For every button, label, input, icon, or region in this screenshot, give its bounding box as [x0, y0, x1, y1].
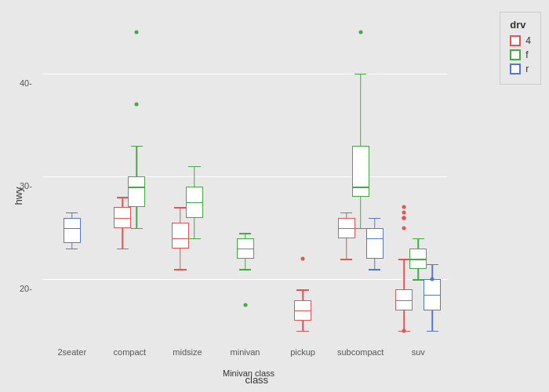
x-tick-suv: suv: [412, 347, 425, 357]
box-plot-box: [172, 223, 189, 249]
outlier-dot: [135, 31, 139, 34]
whisker-cap-top: [354, 74, 366, 75]
whisker-lower: [431, 310, 433, 331]
outlier-dot: [402, 205, 406, 209]
y-tick-20: 20-: [20, 284, 32, 293]
whisker-lower: [302, 321, 304, 331]
median-line: [395, 300, 413, 302]
legend-item-4: 4: [510, 35, 531, 46]
whisker-cap-bottom: [188, 238, 200, 240]
whisker-cap-bottom: [413, 279, 424, 281]
whisker-cap-top: [131, 146, 143, 147]
whisker-cap-bottom: [66, 249, 78, 250]
whisker-cap-bottom: [369, 269, 380, 270]
outlier-dot: [135, 103, 139, 107]
whisker-cap-top: [174, 207, 186, 209]
legend-label-f: f: [525, 49, 528, 60]
legend-box-r: [510, 64, 521, 74]
legend-label-4: 4: [525, 35, 531, 46]
whisker-cap-top: [296, 289, 308, 291]
whisker-cap-top: [117, 197, 129, 198]
whisker-cap-top: [66, 212, 78, 214]
median-line: [64, 228, 81, 230]
whisker-lower: [194, 218, 195, 238]
grid-line-20: [43, 279, 447, 280]
box-plot-box: [352, 146, 369, 198]
whisker-cap-top: [188, 166, 200, 168]
grid-line-40: [43, 74, 447, 74]
x-tick-subcompact: subcompact: [337, 347, 384, 357]
whisker-cap-bottom: [174, 269, 186, 270]
median-line: [338, 228, 355, 230]
box-plot-box: [128, 176, 145, 207]
whisker-upper: [180, 207, 181, 223]
outlier-dot: [431, 278, 434, 281]
median-line: [114, 218, 131, 220]
y-tick-30: 30-: [20, 181, 32, 191]
box-plot-box: [366, 228, 384, 259]
median-line: [237, 249, 254, 250]
whisker-cap-bottom: [117, 249, 129, 250]
median-line: [424, 295, 441, 296]
whisker-upper: [403, 259, 405, 289]
whisker-lower: [417, 269, 419, 279]
whisker-cap-bottom: [239, 269, 251, 270]
outlier-dot: [402, 226, 406, 230]
whisker-cap-bottom: [354, 228, 366, 230]
x-tick-compact: compact: [114, 347, 147, 357]
outlier-dot: [402, 328, 406, 332]
whisker-lower: [180, 249, 181, 269]
outlier-dot: [301, 257, 305, 261]
chart-area: 20-30-40-2seatercompactmidsizeminivanpic…: [43, 12, 447, 341]
median-line: [352, 187, 369, 188]
outlier-dot: [402, 210, 406, 214]
legend-title: drv: [510, 19, 531, 31]
grid-line-30: [43, 176, 447, 177]
whisker-upper: [194, 166, 195, 187]
whisker-cap-bottom: [427, 331, 438, 332]
x-tick-2seater: 2seater: [57, 347, 86, 357]
whisker-cap-bottom: [296, 331, 308, 332]
median-line: [409, 259, 427, 260]
median-line: [366, 238, 384, 240]
whisker-cap-top: [398, 259, 410, 260]
whisker-lower: [360, 197, 362, 227]
whisker-lower: [374, 259, 376, 269]
whisker-upper: [417, 238, 419, 249]
whisker-lower: [122, 228, 124, 249]
whisker-cap-top: [239, 233, 251, 234]
whisker-cap-bottom: [131, 228, 143, 230]
legend-label-r: r: [525, 64, 529, 74]
x-tick-pickup: pickup: [290, 347, 315, 357]
legend-box-4: [510, 35, 521, 46]
minivan-class-label: Minivan class: [223, 368, 274, 378]
legend: drv 4 f r: [500, 12, 541, 85]
whisker-cap-bottom: [340, 259, 352, 260]
whisker-cap-top: [340, 212, 352, 214]
y-tick-40: 40-: [20, 78, 32, 88]
whisker-lower: [245, 259, 246, 269]
legend-box-f: [510, 49, 521, 60]
outlier-dot: [243, 303, 247, 307]
x-tick-midsize: midsize: [173, 347, 202, 357]
median-line: [186, 202, 203, 204]
legend-item-f: f: [510, 49, 531, 60]
whisker-cap-top: [427, 264, 438, 266]
whisker-cap-top: [413, 238, 424, 240]
median-line: [172, 238, 189, 240]
whisker-upper: [122, 197, 124, 207]
whisker-upper: [360, 74, 362, 146]
chart-container: hwy class 20-30-40-2seatercompactmidsize…: [0, 0, 549, 392]
outlier-dot: [358, 31, 362, 34]
median-line: [294, 310, 311, 312]
whisker-upper: [136, 146, 138, 176]
whisker-upper: [302, 289, 304, 299]
whisker-lower: [346, 238, 347, 259]
legend-item-r: r: [510, 64, 531, 74]
whisker-cap-top: [369, 218, 380, 220]
x-tick-minivan: minivan: [231, 347, 260, 357]
outlier-dot: [402, 216, 406, 220]
whisker-upper: [374, 218, 376, 228]
whisker-lower: [136, 207, 138, 227]
median-line: [128, 187, 145, 188]
